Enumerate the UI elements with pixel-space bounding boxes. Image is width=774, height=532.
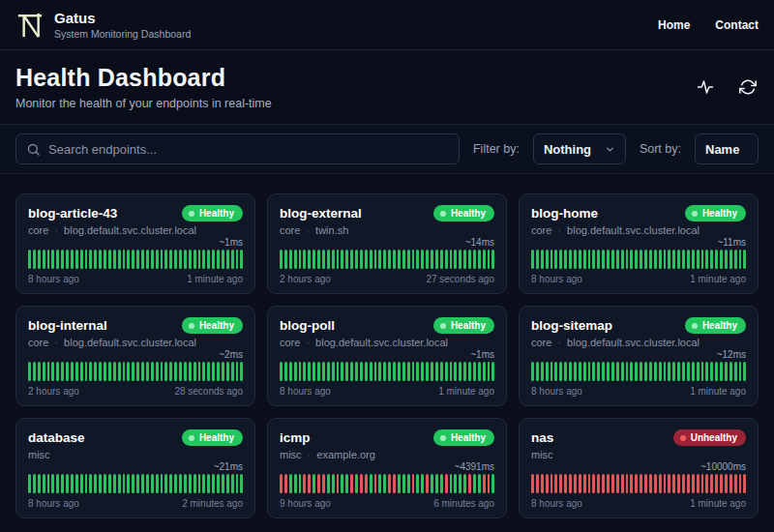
uptime-bar[interactable] [459, 362, 461, 381]
uptime-bar[interactable] [108, 474, 111, 493]
uptime-bar[interactable] [156, 362, 159, 381]
uptime-bar[interactable] [184, 362, 187, 381]
uptime-bar[interactable] [559, 250, 562, 269]
uptime-bar[interactable] [677, 250, 680, 269]
uptime-bar[interactable] [483, 474, 486, 493]
uptime-bar[interactable] [108, 362, 111, 381]
uptime-bar[interactable] [654, 474, 657, 493]
uptime-bar[interactable] [294, 474, 297, 493]
uptime-bar[interactable] [710, 362, 713, 381]
uptime-bar[interactable] [222, 474, 224, 493]
uptime-bar[interactable] [398, 362, 401, 381]
uptime-bar[interactable] [345, 474, 348, 493]
endpoint-card[interactable]: blog-internal Healthy core · blog.defaul… [15, 306, 255, 406]
uptime-bar[interactable] [488, 250, 491, 269]
uptime-bar[interactable] [569, 474, 572, 493]
uptime-bar[interactable] [729, 474, 732, 493]
uptime-bar[interactable] [491, 474, 494, 493]
uptime-bar[interactable] [491, 362, 494, 381]
uptime-bar[interactable] [416, 474, 419, 493]
uptime-bar[interactable] [398, 474, 401, 493]
uptime-bar[interactable] [189, 474, 192, 493]
uptime-bar[interactable] [564, 250, 567, 269]
uptime-bar[interactable] [621, 250, 624, 269]
uptime-bar[interactable] [212, 250, 215, 269]
endpoint-name[interactable]: blog-article-43 [28, 206, 117, 221]
uptime-bar[interactable] [672, 362, 675, 381]
uptime-bar[interactable] [630, 474, 633, 493]
uptime-bar[interactable] [715, 250, 718, 269]
uptime-bar[interactable] [569, 250, 572, 269]
uptime-bar[interactable] [720, 250, 723, 269]
uptime-bar[interactable] [341, 250, 343, 269]
uptime-bar[interactable] [687, 474, 690, 493]
uptime-bar[interactable] [169, 362, 172, 381]
uptime-bar[interactable] [123, 474, 126, 493]
uptime-bar[interactable] [668, 362, 670, 381]
uptime-bar[interactable] [454, 250, 457, 269]
uptime-bar[interactable] [468, 474, 471, 493]
uptime-bar[interactable] [710, 474, 713, 493]
uptime-bar[interactable] [327, 474, 330, 493]
uptime-bar[interactable] [207, 474, 210, 493]
uptime-bar[interactable] [322, 250, 325, 269]
uptime-bar[interactable] [715, 474, 718, 493]
uptime-bar[interactable] [431, 250, 433, 269]
uptime-bar[interactable] [551, 474, 553, 493]
uptime-bar[interactable] [99, 474, 102, 493]
uptime-bar[interactable] [725, 250, 728, 269]
uptime-bar[interactable] [169, 474, 172, 493]
uptime-bar[interactable] [317, 362, 320, 381]
uptime-bar[interactable] [559, 474, 562, 493]
uptime-bar[interactable] [226, 474, 229, 493]
uptime-bar[interactable] [416, 362, 419, 381]
uptime-bar[interactable] [388, 250, 391, 269]
uptime-bar[interactable] [337, 250, 340, 269]
uptime-bar[interactable] [231, 250, 234, 269]
uptime-bar[interactable] [231, 474, 234, 493]
uptime-bar[interactable] [202, 250, 205, 269]
uptime-bar[interactable] [33, 250, 36, 269]
uptime-bar[interactable] [337, 474, 340, 493]
uptime-bar[interactable] [313, 250, 315, 269]
uptime-bar[interactable] [360, 250, 363, 269]
uptime-bar[interactable] [659, 474, 662, 493]
uptime-bar[interactable] [743, 362, 746, 381]
uptime-bars[interactable] [280, 250, 494, 269]
uptime-bar[interactable] [435, 362, 438, 381]
uptime-bar[interactable] [459, 250, 461, 269]
uptime-bar[interactable] [38, 250, 41, 269]
uptime-bar[interactable] [202, 362, 205, 381]
uptime-bars[interactable] [280, 474, 494, 493]
uptime-bar[interactable] [739, 362, 742, 381]
uptime-bar[interactable] [531, 362, 534, 381]
uptime-bar[interactable] [682, 362, 685, 381]
uptime-bar[interactable] [174, 250, 177, 269]
uptime-bar[interactable] [217, 362, 220, 381]
uptime-bar[interactable] [28, 474, 31, 493]
uptime-bar[interactable] [621, 362, 624, 381]
uptime-bar[interactable] [402, 362, 405, 381]
uptime-bar[interactable] [198, 362, 201, 381]
uptime-bar[interactable] [341, 474, 343, 493]
uptime-bar[interactable] [664, 362, 667, 381]
uptime-bar[interactable] [132, 474, 134, 493]
uptime-bar[interactable] [28, 362, 31, 381]
uptime-bar[interactable] [136, 250, 139, 269]
uptime-bar[interactable] [388, 474, 391, 493]
uptime-bar[interactable] [66, 362, 69, 381]
uptime-bar[interactable] [705, 250, 708, 269]
uptime-bar[interactable] [531, 474, 534, 493]
uptime-bar[interactable] [701, 362, 704, 381]
uptime-bar[interactable] [488, 362, 491, 381]
uptime-bar[interactable] [440, 250, 443, 269]
uptime-bars[interactable] [531, 474, 746, 493]
uptime-bar[interactable] [431, 474, 433, 493]
uptime-bar[interactable] [146, 250, 149, 269]
uptime-bar[interactable] [38, 474, 41, 493]
uptime-bar[interactable] [559, 362, 562, 381]
uptime-bar[interactable] [378, 362, 381, 381]
uptime-bar[interactable] [303, 250, 306, 269]
uptime-bar[interactable] [640, 362, 642, 381]
uptime-bar[interactable] [113, 362, 116, 381]
